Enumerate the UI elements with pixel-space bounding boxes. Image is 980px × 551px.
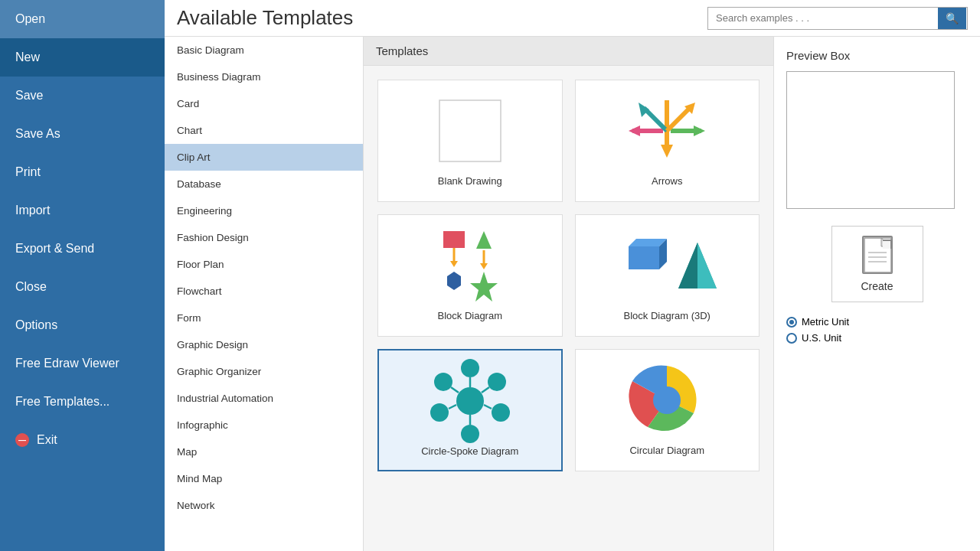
svg-line-35: [449, 405, 456, 409]
category-item[interactable]: Graphic Organizer: [165, 358, 363, 385]
unit-option[interactable]: U.S. Unit: [786, 332, 968, 344]
svg-marker-17: [480, 263, 488, 269]
svg-point-34: [430, 403, 449, 422]
right-panel: Preview Box Create Metric UnitU.S. Unit: [773, 37, 980, 551]
category-item[interactable]: Floor Plan: [165, 251, 363, 278]
svg-line-9: [667, 108, 690, 131]
sidebar-item-label: Close: [15, 280, 47, 294]
category-item[interactable]: Engineering: [165, 197, 363, 224]
template-icon: [432, 227, 508, 304]
category-item[interactable]: Fashion Design: [165, 224, 363, 251]
category-item[interactable]: Business Diagram: [165, 64, 363, 90]
sidebar-item-save-as[interactable]: Save As: [0, 115, 165, 153]
create-label: Create: [861, 280, 893, 292]
sidebar-item-label: New: [15, 51, 40, 64]
sidebar-item-free-edraw-viewer[interactable]: Free Edraw Viewer: [0, 344, 165, 383]
svg-marker-4: [629, 126, 640, 136]
sidebar-item-label: Save As: [15, 127, 60, 141]
sidebar-item-import[interactable]: Import: [0, 191, 165, 230]
category-item[interactable]: Flowchart: [165, 278, 363, 305]
radio-button[interactable]: [786, 333, 797, 344]
preview-box: [786, 71, 955, 209]
svg-marker-18: [470, 272, 498, 302]
svg-line-29: [482, 387, 489, 393]
category-item[interactable]: Network: [165, 492, 363, 519]
svg-point-36: [434, 373, 452, 391]
category-item[interactable]: Infographic: [165, 412, 363, 439]
create-icon: [862, 236, 893, 274]
category-item[interactable]: Chart: [165, 117, 363, 144]
category-item[interactable]: Map: [165, 439, 363, 465]
unit-option-label: U.S. Unit: [802, 332, 841, 344]
search-box: 🔍: [707, 7, 968, 30]
search-input[interactable]: [708, 8, 938, 28]
template-label: Blank Drawing: [438, 175, 502, 187]
sidebar-item-label: Print: [15, 165, 41, 179]
svg-line-31: [484, 405, 492, 409]
unit-options: Metric UnitU.S. Unit: [786, 316, 968, 344]
sidebar-item-save[interactable]: Save: [0, 77, 165, 115]
templates-header: Templates: [364, 37, 773, 66]
sidebar-item-label: Export & Send: [15, 242, 94, 256]
svg-rect-19: [629, 246, 659, 269]
main-area: Available Templates 🔍 Basic DiagramBusin…: [165, 0, 980, 551]
templates-grid: Blank Drawing Arrows Block Diagram: [364, 66, 773, 485]
template-label: Block Diagram: [437, 310, 502, 321]
category-item[interactable]: Mind Map: [165, 465, 363, 492]
template-card[interactable]: Blank Drawing: [377, 80, 563, 202]
unit-option[interactable]: Metric Unit: [786, 316, 968, 328]
template-icon: [432, 93, 508, 169]
svg-marker-24: [697, 243, 717, 289]
template-card[interactable]: Arrows: [575, 80, 760, 202]
search-button[interactable]: 🔍: [938, 8, 966, 29]
category-item[interactable]: Database: [165, 171, 363, 197]
svg-marker-15: [476, 231, 492, 249]
sidebar-item-options[interactable]: Options: [0, 306, 165, 344]
template-icon: [629, 93, 705, 169]
sidebar-item-print[interactable]: Print: [0, 153, 165, 191]
svg-marker-2: [661, 145, 673, 158]
sidebar-item-label: Options: [15, 318, 57, 332]
radio-button[interactable]: [786, 317, 797, 328]
preview-box-label: Preview Box: [786, 49, 968, 62]
svg-point-38: [653, 386, 681, 414]
category-item[interactable]: Clip Art: [165, 144, 363, 171]
category-item[interactable]: Form: [165, 305, 363, 331]
template-label: Circular Diagram: [629, 445, 704, 456]
sidebar-item-export-&-send[interactable]: Export & Send: [0, 230, 165, 268]
sidebar-item-label: Free Edraw Viewer: [15, 357, 119, 370]
sidebar-item-exit[interactable]: Exit: [0, 421, 165, 459]
template-card[interactable]: Block Diagram (3D): [575, 214, 760, 337]
category-item[interactable]: Card: [165, 90, 363, 117]
template-label: Block Diagram (3D): [624, 310, 710, 321]
svg-marker-13: [450, 261, 458, 267]
template-icon: [629, 362, 705, 439]
sidebar-item-label: Save: [15, 89, 43, 103]
templates-area: Templates Blank Drawing Arrows: [364, 37, 773, 551]
sidebar-item-close[interactable]: Close: [0, 268, 165, 306]
category-item[interactable]: Industrial Automation: [165, 385, 363, 412]
sidebar: OpenNewSaveSave AsPrintImportExport & Se…: [0, 0, 165, 551]
svg-line-37: [451, 387, 459, 393]
svg-point-30: [492, 403, 510, 422]
template-icon: [432, 363, 508, 439]
sidebar-item-free-templates...[interactable]: Free Templates...: [0, 383, 165, 421]
template-card[interactable]: Circle-Spoke Diagram: [377, 349, 563, 471]
category-item[interactable]: Basic Diagram: [165, 37, 363, 64]
template-card[interactable]: Circular Diagram: [575, 349, 760, 471]
svg-point-28: [488, 373, 506, 391]
svg-rect-0: [439, 100, 501, 161]
create-button[interactable]: Create: [831, 226, 923, 302]
page-title: Available Templates: [177, 6, 353, 30]
template-icon: [629, 227, 705, 304]
svg-marker-14: [447, 272, 461, 290]
sidebar-item-new[interactable]: New: [0, 38, 165, 77]
template-card[interactable]: Block Diagram: [377, 214, 563, 337]
template-label: Circle-Spoke Diagram: [421, 445, 518, 457]
category-item[interactable]: Graphic Design: [165, 331, 363, 358]
svg-marker-40: [881, 238, 890, 246]
sidebar-item-open[interactable]: Open: [0, 0, 165, 38]
svg-point-26: [461, 359, 479, 377]
svg-point-25: [456, 387, 484, 415]
svg-marker-6: [694, 126, 705, 136]
